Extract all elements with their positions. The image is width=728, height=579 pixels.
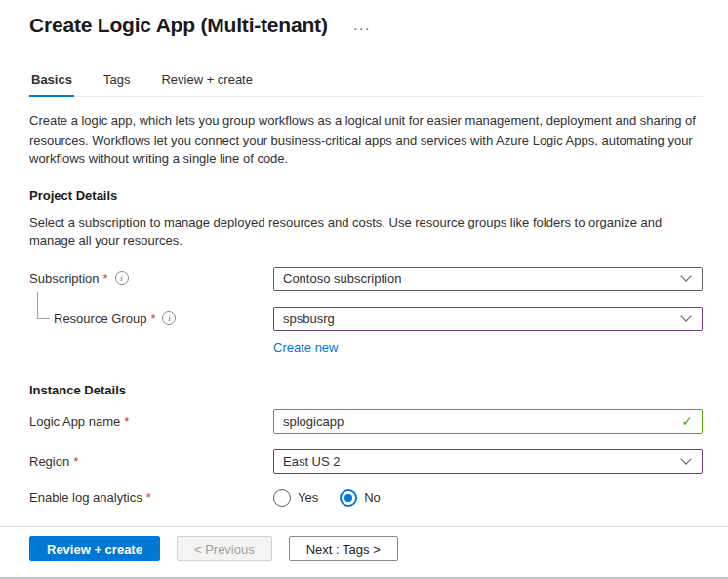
- subscription-row: Subscription * i Contoso subscription: [29, 267, 703, 291]
- resource-group-label: Resource Group: [54, 311, 146, 326]
- chevron-down-icon: [680, 270, 691, 281]
- log-analytics-label-group: Enable log analytics *: [29, 490, 273, 505]
- required-marker: *: [73, 454, 78, 469]
- tab-review-create[interactable]: Review + create: [159, 72, 255, 97]
- next-tags-button[interactable]: Next : Tags >: [289, 536, 398, 561]
- logic-app-name-row: Logic App name * ✓: [29, 409, 703, 434]
- required-marker: *: [146, 490, 151, 505]
- blade-footer: Review + create < Previous Next : Tags >: [0, 526, 728, 579]
- log-analytics-label: Enable log analytics: [29, 490, 142, 505]
- info-icon[interactable]: i: [115, 271, 129, 285]
- subscription-label-group: Subscription * i: [29, 271, 273, 286]
- info-icon[interactable]: i: [162, 311, 176, 325]
- required-marker: *: [150, 311, 155, 326]
- radio-yes-label: Yes: [298, 490, 318, 505]
- logic-app-name-field: ✓: [273, 409, 703, 434]
- subscription-value: Contoso subscription: [283, 271, 401, 286]
- blade-header: Create Logic App (Multi-tenant) ···: [29, 14, 703, 37]
- intro-text: Create a logic app, which lets you group…: [29, 111, 703, 169]
- review-create-button[interactable]: Review + create: [29, 536, 160, 561]
- tree-connector-line: [37, 292, 50, 319]
- region-label-group: Region *: [29, 454, 273, 469]
- blade-content: Create Logic App (Multi-tenant) ··· Basi…: [0, 0, 728, 507]
- chevron-down-icon: [680, 453, 691, 464]
- radio-yes[interactable]: Yes: [273, 489, 318, 507]
- radio-no[interactable]: No: [340, 489, 381, 507]
- radio-no-label: No: [364, 490, 381, 505]
- tab-tags[interactable]: Tags: [101, 72, 132, 97]
- required-marker: *: [124, 414, 129, 429]
- create-new-link[interactable]: Create new: [273, 340, 338, 354]
- log-analytics-row: Enable log analytics * Yes No: [29, 489, 703, 507]
- resource-group-row: Resource Group * i spsbusrg: [29, 307, 703, 331]
- previous-button[interactable]: < Previous: [177, 536, 272, 561]
- region-row: Region * East US 2: [29, 449, 703, 474]
- project-details-description: Select a subscription to manage deployed…: [29, 213, 703, 251]
- radio-no-circle-icon: [340, 489, 357, 507]
- more-menu-icon[interactable]: ···: [353, 15, 371, 36]
- region-dropdown[interactable]: East US 2: [273, 449, 703, 474]
- region-label: Region: [29, 454, 69, 469]
- page-title: Create Logic App (Multi-tenant): [29, 14, 328, 37]
- logic-app-name-label-group: Logic App name *: [29, 414, 273, 429]
- region-value: East US 2: [283, 454, 341, 469]
- resource-group-value: spsbusrg: [283, 311, 335, 326]
- chevron-down-icon: [680, 310, 691, 321]
- log-analytics-radio-group: Yes No: [273, 489, 402, 507]
- subscription-dropdown[interactable]: Contoso subscription: [273, 267, 703, 291]
- create-new-row: Create new: [273, 338, 703, 355]
- instance-details-heading: Instance Details: [29, 383, 703, 397]
- resource-group-dropdown[interactable]: spsbusrg: [273, 307, 703, 331]
- project-details-heading: Project Details: [29, 188, 703, 203]
- logic-app-name-label: Logic App name: [29, 414, 120, 429]
- logic-app-name-input[interactable]: [283, 414, 673, 429]
- create-logic-app-blade: Create Logic App (Multi-tenant) ··· Basi…: [0, 0, 728, 579]
- tab-basics[interactable]: Basics: [29, 72, 74, 97]
- valid-check-icon: ✓: [681, 413, 693, 429]
- radio-yes-circle-icon: [273, 489, 291, 507]
- tab-strip: Basics Tags Review + create: [29, 72, 703, 97]
- resource-group-label-group: Resource Group * i: [29, 311, 273, 326]
- required-marker: *: [103, 271, 108, 286]
- subscription-label: Subscription: [29, 271, 100, 286]
